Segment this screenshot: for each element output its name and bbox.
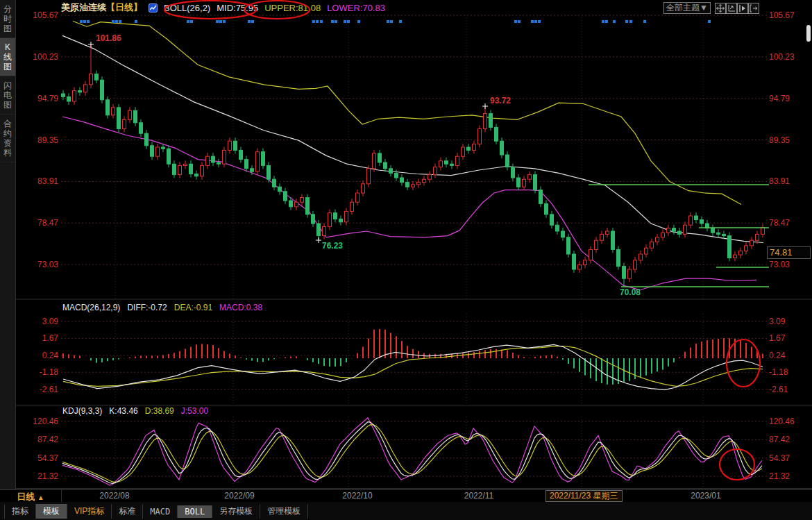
svg-text:101.86: 101.86	[96, 33, 121, 43]
kdj-j-value: J:53.00	[181, 406, 208, 416]
sidebar-item-3[interactable]: 闪电图	[0, 76, 15, 115]
left-sidebar: 分时图K线图闪电图合约资料	[0, 0, 16, 489]
axis-tick-label: 94.79	[17, 94, 58, 103]
chart-canvas[interactable]: 101.8693.7276.2370.08	[0, 0, 812, 489]
macd-name: MACD(26,12,9)	[62, 303, 120, 312]
axis-tick-label: 87.42	[17, 435, 58, 444]
play-pane-icon[interactable]	[737, 3, 748, 14]
axis-tick-label: 94.79	[769, 94, 790, 103]
sidebar-item-4[interactable]: 合约资料	[0, 115, 15, 162]
tab-指标[interactable]: 指标	[4, 504, 36, 519]
axis-tick-label: 3.09	[769, 317, 785, 326]
theme-dropdown[interactable]: 全部主题▼	[663, 2, 711, 14]
axis-tick-label: 100.23	[17, 52, 58, 62]
boll-upper-value: UPPER:81.08	[264, 3, 321, 13]
last-price-tag: 74.81	[767, 246, 811, 259]
axis-tick-label: -2.61	[769, 385, 788, 394]
macd-macd-value: MACD:0.38	[219, 303, 262, 312]
tab-VIP指标[interactable]: VIP指标	[67, 504, 112, 519]
axis-tick-label: 78.47	[769, 218, 790, 228]
axis-tick-label: 89.35	[17, 135, 58, 145]
axis-tick-label: 3.09	[17, 317, 58, 326]
axis-tick-label: 120.46	[17, 417, 58, 426]
macd-dea-value: DEA:-0.91	[174, 303, 212, 312]
macd-diff-value: DIFF:-0.72	[127, 303, 167, 312]
axis-tick-label: 73.03	[769, 260, 790, 269]
up-triangle-icon: ▲	[37, 494, 44, 501]
axis-tick-label: 1.67	[769, 333, 785, 343]
scrollbar-thumb[interactable]	[806, 25, 811, 42]
kdj-d-value: D:38.69	[145, 406, 174, 416]
kdj-k-value: K:43.46	[109, 406, 137, 416]
svg-text:76.23: 76.23	[322, 241, 343, 251]
boll-chart-icon	[149, 3, 158, 12]
axis-tick-label: 73.03	[17, 260, 58, 269]
date-label: 2022/09	[224, 491, 254, 501]
axis-tick-label: 1.67	[17, 333, 58, 343]
boll-lower-value: LOWER:70.83	[327, 3, 385, 13]
axis-tick-label: 0.24	[17, 351, 58, 360]
axis-scale-icon[interactable]	[726, 3, 737, 14]
axis-tick-label: 54.37	[17, 453, 58, 463]
indicator-title: BOLL(26,2)	[164, 3, 210, 13]
trading-app-window: { "topbar": { "symbol": "美原油连续", "period…	[0, 0, 812, 520]
date-label: 2022/08	[99, 491, 129, 501]
axis-tick-label: -1.18	[769, 367, 788, 377]
bottom-tab-bar: 指标模板VIP指标标准MACDBOLL另存模板管理模板	[0, 502, 812, 520]
boll-mid-value: MID:75.95	[217, 3, 258, 13]
axis-tick-label: 83.91	[769, 176, 790, 186]
kdj-panel-header: KDJ(9,3,3)K:43.46D:38.69J:53.00	[62, 406, 215, 416]
axis-tick-label: 89.35	[769, 135, 790, 145]
date-label: 2022/10	[342, 491, 372, 501]
axis-tick-label: 21.32	[17, 471, 58, 481]
macd-panel-header: MACD(26,12,9)DIFF:-0.72DEA:-0.91MACD:0.3…	[62, 303, 269, 312]
axis-tick-label: 21.32	[769, 471, 790, 481]
tab-BOLL[interactable]: BOLL	[178, 505, 212, 518]
axis-tick-label: 0.24	[769, 351, 785, 360]
crosshair-date-readout: 2022/11/23 星期三	[545, 490, 623, 502]
tab-管理模板[interactable]: 管理模板	[260, 504, 308, 519]
date-axis: 日线 ▲ 2022/11/23 星期三 2022/082022/092022/1…	[0, 489, 812, 503]
date-label: 2022/11	[464, 491, 494, 501]
tab-模板[interactable]: 模板	[36, 504, 67, 519]
axis-tick-label: 100.23	[769, 52, 795, 62]
exit-pane-icon[interactable]	[748, 3, 759, 14]
symbol-name: 美原油连续【日线】	[61, 1, 142, 14]
axis-tick-label: 83.91	[17, 176, 58, 186]
svg-text:70.08: 70.08	[620, 287, 641, 297]
kdj-name: KDJ(9,3,3)	[62, 406, 102, 416]
tab-MACD[interactable]: MACD	[143, 505, 178, 518]
svg-text:93.72: 93.72	[490, 96, 511, 106]
axis-tick-label: 54.37	[769, 453, 790, 463]
chart-title-cluster: 美原油连续【日线】 BOLL(26,2) MID:75.95 UPPER:81.…	[61, 1, 385, 14]
date-label: 2023/01	[691, 491, 720, 501]
move-cross-icon[interactable]	[715, 3, 726, 14]
axis-tick-label: 78.47	[17, 218, 58, 228]
tab-另存模板[interactable]: 另存模板	[212, 504, 260, 519]
axis-tick-label: 120.46	[769, 417, 795, 426]
tab-标准[interactable]: 标准	[112, 504, 143, 519]
sidebar-item-2[interactable]: K线图	[0, 38, 15, 76]
period-selector[interactable]: 日线 ▲	[0, 490, 62, 502]
axis-tick-label: 87.42	[769, 435, 790, 444]
axis-tick-label: -2.61	[17, 385, 58, 394]
top-toolbar: 美原油连续【日线】 BOLL(26,2) MID:75.95 UPPER:81.…	[0, 0, 812, 15]
axis-tick-label: -1.18	[17, 367, 58, 377]
